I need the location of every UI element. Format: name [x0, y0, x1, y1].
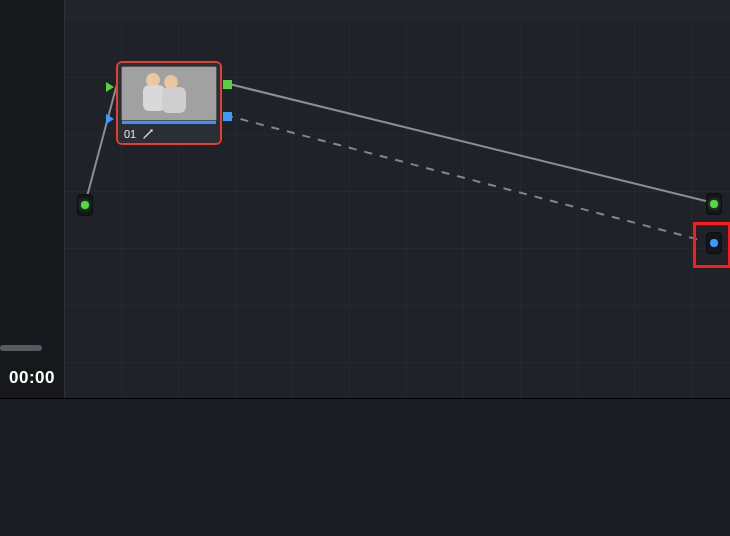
wire-node-to-output-rgb: [225, 83, 714, 203]
circle-icon: [81, 201, 89, 209]
node-output-alpha-port[interactable]: [223, 112, 232, 121]
node-editor-toolbar: A / B: [0, 0, 730, 22]
circle-icon: [710, 239, 718, 247]
wire-source-to-node: [85, 84, 117, 204]
node-thumbnail: [121, 66, 217, 121]
corrector-node-01[interactable]: 01: [116, 61, 222, 145]
clip-thumbnail-sidebar: 00:00: [0, 0, 65, 398]
node-output-rgb-port[interactable]: [223, 80, 232, 89]
magic-wand-icon: [142, 128, 154, 140]
node-number-label: 01: [124, 128, 136, 140]
node-graph-canvas[interactable]: 01: [65, 21, 730, 398]
node-input-rgb-port[interactable]: [106, 82, 114, 92]
timecode-display: 00:00: [0, 368, 64, 388]
circle-icon: [710, 200, 718, 208]
sidebar-scrollbar[interactable]: [0, 345, 42, 351]
node-footer: 01: [118, 126, 220, 141]
graph-output-rgb-socket[interactable]: [706, 193, 722, 215]
node-keyframe-timeline: [122, 121, 216, 124]
node-input-alpha-port[interactable]: [106, 114, 114, 124]
graph-output-alpha-socket[interactable]: [706, 232, 722, 254]
graph-input-rgb-socket[interactable]: [77, 194, 93, 216]
lower-panel-region: [0, 398, 730, 536]
wire-node-to-output-alpha: [225, 115, 704, 241]
